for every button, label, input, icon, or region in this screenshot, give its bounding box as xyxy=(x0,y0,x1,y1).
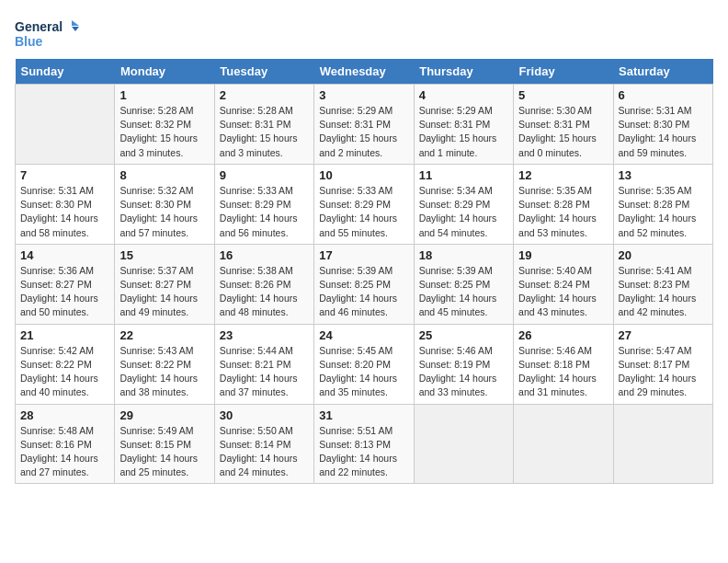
day-number: 2 xyxy=(220,88,309,102)
calendar-cell: 20Sunrise: 5:41 AMSunset: 8:23 PMDayligh… xyxy=(613,244,712,324)
day-number: 21 xyxy=(20,328,109,342)
calendar-cell: 24Sunrise: 5:45 AMSunset: 8:20 PMDayligh… xyxy=(314,324,414,404)
calendar-cell: 25Sunrise: 5:46 AMSunset: 8:19 PMDayligh… xyxy=(414,324,513,404)
calendar-cell xyxy=(16,85,115,165)
day-number: 22 xyxy=(119,328,209,342)
day-number: 26 xyxy=(518,328,608,342)
day-number: 12 xyxy=(518,168,608,182)
day-info: Sunrise: 5:47 AMSunset: 8:17 PMDaylight:… xyxy=(619,344,708,400)
day-number: 29 xyxy=(119,408,209,422)
day-number: 15 xyxy=(119,248,209,262)
day-number: 9 xyxy=(220,168,309,182)
calendar-cell: 12Sunrise: 5:35 AMSunset: 8:28 PMDayligh… xyxy=(514,164,613,244)
day-info: Sunrise: 5:33 AMSunset: 8:29 PMDaylight:… xyxy=(220,184,309,240)
day-info: Sunrise: 5:45 AMSunset: 8:20 PMDaylight:… xyxy=(319,344,408,400)
day-info: Sunrise: 5:38 AMSunset: 8:26 PMDaylight:… xyxy=(220,264,309,320)
day-number: 4 xyxy=(419,88,508,102)
calendar-header: SundayMondayTuesdayWednesdayThursdayFrid… xyxy=(16,59,713,85)
calendar-cell: 3Sunrise: 5:29 AMSunset: 8:31 PMDaylight… xyxy=(314,85,414,165)
week-row-1: 1Sunrise: 5:28 AMSunset: 8:32 PMDaylight… xyxy=(16,85,713,165)
logo: General Blue xyxy=(15,15,79,52)
day-number: 20 xyxy=(619,248,708,262)
day-info: Sunrise: 5:51 AMSunset: 8:13 PMDaylight:… xyxy=(319,424,408,480)
calendar-cell: 31Sunrise: 5:51 AMSunset: 8:13 PMDayligh… xyxy=(314,404,414,484)
day-info: Sunrise: 5:31 AMSunset: 8:30 PMDaylight:… xyxy=(619,104,708,160)
calendar-cell: 13Sunrise: 5:35 AMSunset: 8:28 PMDayligh… xyxy=(613,164,712,244)
calendar-cell: 21Sunrise: 5:42 AMSunset: 8:22 PMDayligh… xyxy=(16,324,115,404)
day-number: 6 xyxy=(619,88,708,102)
calendar-cell: 18Sunrise: 5:39 AMSunset: 8:25 PMDayligh… xyxy=(414,244,513,324)
calendar-cell: 22Sunrise: 5:43 AMSunset: 8:22 PMDayligh… xyxy=(115,324,214,404)
calendar-cell: 30Sunrise: 5:50 AMSunset: 8:14 PMDayligh… xyxy=(214,404,313,484)
weekday-header-row: SundayMondayTuesdayWednesdayThursdayFrid… xyxy=(16,59,713,85)
calendar-cell: 1Sunrise: 5:28 AMSunset: 8:32 PMDaylight… xyxy=(115,85,214,165)
day-info: Sunrise: 5:43 AMSunset: 8:22 PMDaylight:… xyxy=(119,344,209,400)
day-info: Sunrise: 5:35 AMSunset: 8:28 PMDaylight:… xyxy=(518,184,608,240)
day-number: 13 xyxy=(619,168,708,182)
day-info: Sunrise: 5:32 AMSunset: 8:30 PMDaylight:… xyxy=(119,184,209,240)
day-number: 23 xyxy=(220,328,309,342)
weekday-header-wednesday: Wednesday xyxy=(314,59,414,85)
day-info: Sunrise: 5:34 AMSunset: 8:29 PMDaylight:… xyxy=(419,184,508,240)
calendar-cell: 8Sunrise: 5:32 AMSunset: 8:30 PMDaylight… xyxy=(115,164,214,244)
day-info: Sunrise: 5:50 AMSunset: 8:14 PMDaylight:… xyxy=(220,424,309,480)
calendar-body: 1Sunrise: 5:28 AMSunset: 8:32 PMDaylight… xyxy=(16,85,713,484)
day-info: Sunrise: 5:46 AMSunset: 8:18 PMDaylight:… xyxy=(518,344,608,400)
calendar-cell: 14Sunrise: 5:36 AMSunset: 8:27 PMDayligh… xyxy=(16,244,115,324)
calendar-cell: 2Sunrise: 5:28 AMSunset: 8:31 PMDaylight… xyxy=(214,85,313,165)
logo-svg: General Blue xyxy=(15,15,79,52)
day-number: 28 xyxy=(20,408,109,422)
day-info: Sunrise: 5:46 AMSunset: 8:19 PMDaylight:… xyxy=(419,344,508,400)
day-info: Sunrise: 5:37 AMSunset: 8:27 PMDaylight:… xyxy=(119,264,209,320)
calendar-cell: 26Sunrise: 5:46 AMSunset: 8:18 PMDayligh… xyxy=(514,324,613,404)
calendar-cell: 15Sunrise: 5:37 AMSunset: 8:27 PMDayligh… xyxy=(115,244,214,324)
day-info: Sunrise: 5:41 AMSunset: 8:23 PMDaylight:… xyxy=(619,264,708,320)
calendar-cell: 4Sunrise: 5:29 AMSunset: 8:31 PMDaylight… xyxy=(414,85,513,165)
day-info: Sunrise: 5:28 AMSunset: 8:32 PMDaylight:… xyxy=(119,104,209,160)
svg-marker-3 xyxy=(72,27,79,31)
day-info: Sunrise: 5:30 AMSunset: 8:31 PMDaylight:… xyxy=(518,104,608,160)
svg-marker-2 xyxy=(72,20,79,26)
calendar-cell xyxy=(514,404,613,484)
calendar-cell: 11Sunrise: 5:34 AMSunset: 8:29 PMDayligh… xyxy=(414,164,513,244)
day-info: Sunrise: 5:39 AMSunset: 8:25 PMDaylight:… xyxy=(319,264,408,320)
day-number: 25 xyxy=(419,328,508,342)
day-info: Sunrise: 5:49 AMSunset: 8:15 PMDaylight:… xyxy=(119,424,209,480)
day-number: 24 xyxy=(319,328,408,342)
day-number: 8 xyxy=(119,168,209,182)
weekday-header-friday: Friday xyxy=(514,59,613,85)
calendar-cell: 6Sunrise: 5:31 AMSunset: 8:30 PMDaylight… xyxy=(613,85,712,165)
day-number: 10 xyxy=(319,168,408,182)
day-number: 16 xyxy=(220,248,309,262)
weekday-header-tuesday: Tuesday xyxy=(214,59,313,85)
day-number: 5 xyxy=(518,88,608,102)
day-number: 11 xyxy=(419,168,508,182)
svg-text:Blue: Blue xyxy=(15,34,43,49)
calendar-cell: 7Sunrise: 5:31 AMSunset: 8:30 PMDaylight… xyxy=(16,164,115,244)
day-number: 19 xyxy=(518,248,608,262)
calendar-cell: 19Sunrise: 5:40 AMSunset: 8:24 PMDayligh… xyxy=(514,244,613,324)
day-number: 14 xyxy=(20,248,109,262)
day-info: Sunrise: 5:48 AMSunset: 8:16 PMDaylight:… xyxy=(20,424,109,480)
day-number: 18 xyxy=(419,248,508,262)
calendar-cell: 10Sunrise: 5:33 AMSunset: 8:29 PMDayligh… xyxy=(314,164,414,244)
calendar-cell: 17Sunrise: 5:39 AMSunset: 8:25 PMDayligh… xyxy=(314,244,414,324)
calendar-table: SundayMondayTuesdayWednesdayThursdayFrid… xyxy=(15,59,713,484)
calendar-cell: 27Sunrise: 5:47 AMSunset: 8:17 PMDayligh… xyxy=(613,324,712,404)
day-number: 30 xyxy=(220,408,309,422)
day-info: Sunrise: 5:40 AMSunset: 8:24 PMDaylight:… xyxy=(518,264,608,320)
day-info: Sunrise: 5:29 AMSunset: 8:31 PMDaylight:… xyxy=(319,104,408,160)
page-header: General Blue xyxy=(15,15,713,52)
week-row-5: 28Sunrise: 5:48 AMSunset: 8:16 PMDayligh… xyxy=(16,404,713,484)
day-number: 7 xyxy=(20,168,109,182)
day-info: Sunrise: 5:36 AMSunset: 8:27 PMDaylight:… xyxy=(20,264,109,320)
day-info: Sunrise: 5:42 AMSunset: 8:22 PMDaylight:… xyxy=(20,344,109,400)
day-number: 27 xyxy=(619,328,708,342)
day-number: 3 xyxy=(319,88,408,102)
day-info: Sunrise: 5:44 AMSunset: 8:21 PMDaylight:… xyxy=(220,344,309,400)
calendar-cell xyxy=(414,404,513,484)
calendar-cell: 28Sunrise: 5:48 AMSunset: 8:16 PMDayligh… xyxy=(16,404,115,484)
svg-text:General: General xyxy=(15,19,63,34)
weekday-header-thursday: Thursday xyxy=(414,59,513,85)
calendar-cell: 5Sunrise: 5:30 AMSunset: 8:31 PMDaylight… xyxy=(514,85,613,165)
